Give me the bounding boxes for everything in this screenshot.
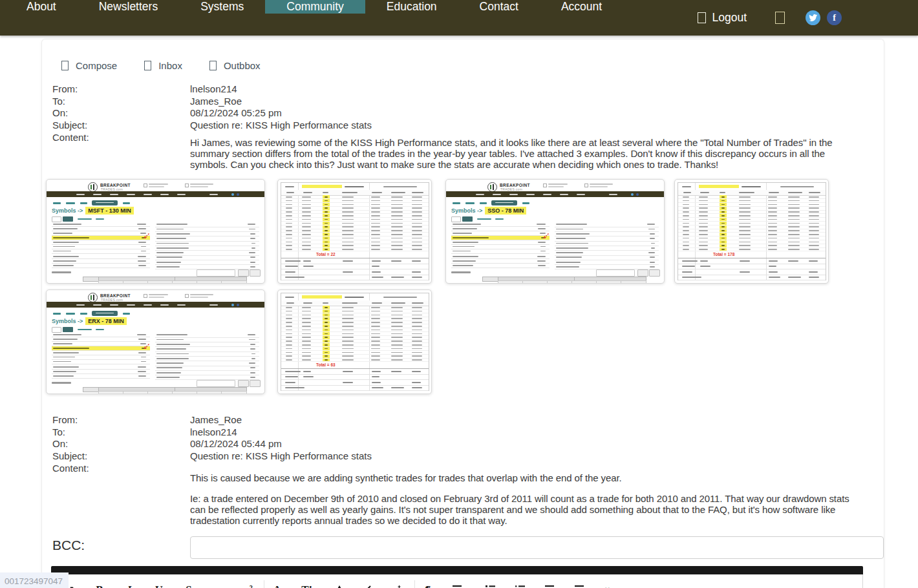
clear-format-button[interactable]: ▾: [384, 585, 414, 588]
placeholder-glyph-icon[interactable]: [775, 12, 785, 24]
decor: [683, 196, 689, 198]
decor: [683, 226, 689, 227]
decor: [683, 204, 689, 205]
nav-item-community[interactable]: Community: [265, 0, 365, 14]
decor: [303, 371, 311, 372]
compose-button[interactable]: Compose: [61, 60, 117, 71]
underline-button[interactable]: U: [144, 583, 174, 588]
decor: [342, 302, 358, 304]
nav-item-contact[interactable]: Contact: [458, 0, 540, 14]
decor: [412, 271, 421, 273]
attachment-thumbnail-year-table[interactable]: Total = 63: [277, 289, 432, 394]
subscript-button[interactable]: x₂: [204, 583, 233, 588]
decor: [302, 196, 311, 198]
mini-bt-cell: [482, 277, 499, 282]
decor: [372, 376, 379, 377]
decor: [371, 196, 380, 198]
decor: [371, 207, 380, 209]
decor: [250, 233, 255, 235]
decor: [682, 277, 701, 278]
decor: [286, 196, 292, 198]
strikethrough-button[interactable]: S: [174, 583, 204, 588]
decor: [156, 238, 186, 239]
nav-item-education[interactable]: Education: [365, 0, 458, 14]
facebook-icon[interactable]: f: [827, 10, 842, 25]
decor: [325, 307, 328, 308]
mini-navbar: [47, 302, 264, 308]
nav-item-newsletters[interactable]: Newsletters: [78, 0, 179, 14]
mini-yt-summary-row: [281, 385, 429, 391]
decor: [412, 307, 422, 308]
bcc-input[interactable]: [190, 536, 884, 559]
decor: [700, 266, 710, 267]
decor: [556, 247, 588, 249]
highlight-brush-button[interactable]: ▾: [354, 585, 384, 588]
ordered-list-button[interactable]: [475, 585, 505, 588]
italic-button[interactable]: I: [114, 583, 144, 588]
decor: [682, 186, 691, 187]
attachment-thumbnail-sso-78-min[interactable]: BREAKPOINTTRADES.comSymbols ->SSO - 78 M…: [445, 179, 665, 284]
underline-glyph: U: [155, 583, 163, 588]
decor: [342, 333, 354, 335]
decor: [249, 362, 255, 364]
align-button[interactable]: ▾: [445, 585, 475, 588]
mini-bt-cell: [621, 280, 646, 284]
decor: [721, 245, 725, 246]
mini-yt-summary-row: [281, 275, 429, 280]
decor: [412, 326, 422, 327]
decor: [302, 311, 311, 312]
decor: [156, 334, 187, 335]
attachment-thumbnail-year-table[interactable]: Total = 22: [277, 179, 432, 284]
decor: [809, 207, 819, 209]
decor: [325, 249, 328, 250]
decor: [149, 186, 164, 187]
logout-button[interactable]: Logout: [698, 11, 747, 25]
superscript-button[interactable]: x²: [233, 583, 263, 588]
blockquote-button[interactable]: “▾: [594, 584, 624, 588]
decor: [412, 355, 422, 357]
inbox-button[interactable]: Inbox: [144, 60, 182, 71]
mini-year-table: Total = 63: [281, 293, 429, 391]
outdent-button[interactable]: [535, 585, 564, 588]
decor: [683, 211, 689, 213]
twitter-icon[interactable]: [806, 10, 820, 25]
decor: [371, 245, 380, 246]
outdent-icon: [545, 585, 555, 588]
decor: [721, 211, 725, 213]
decor: [138, 265, 146, 266]
decor: [325, 326, 328, 327]
outbox-button[interactable]: Outbbox: [209, 60, 261, 71]
decor: [342, 223, 354, 224]
mini-bt-cell: [221, 280, 247, 284]
decor: [149, 184, 168, 185]
font-color-button[interactable]: A▾: [265, 583, 295, 588]
nav-item-about[interactable]: About: [5, 0, 78, 14]
bold-button[interactable]: B: [85, 583, 114, 588]
decor: [285, 277, 304, 278]
editor-top-border: [51, 566, 863, 574]
decor: [548, 186, 564, 187]
color-drop-button[interactable]: [325, 585, 354, 588]
attachment-thumbnail-erx-78-min[interactable]: BREAKPOINTTRADES.comSymbols ->ERX - 78 M…: [46, 289, 265, 394]
decor: [391, 344, 403, 346]
mini-tab-active: [63, 216, 73, 222]
decor: [391, 322, 403, 323]
attachment-thumbnail-msft-130-min[interactable]: BREAKPOINTTRADES.comSymbols ->MSFT - 130…: [46, 179, 265, 284]
mini-facebook-dot: [636, 193, 639, 196]
decor: [177, 304, 186, 306]
decor: [285, 266, 298, 267]
decor: [412, 371, 421, 372]
unordered-list-button[interactable]: [505, 585, 535, 588]
decor: [325, 196, 328, 198]
decor: [453, 233, 472, 234]
mini-logo-icon: [88, 293, 98, 302]
text-size-button[interactable]: T!▾: [295, 583, 325, 588]
decor: [93, 295, 94, 300]
nav-item-account[interactable]: Account: [540, 0, 623, 14]
field-label-to: To:: [52, 426, 65, 438]
nav-item-systems[interactable]: Systems: [179, 0, 265, 14]
attachment-thumbnail-year-table[interactable]: Total = 178: [674, 179, 829, 284]
indent-button[interactable]: [564, 585, 594, 588]
mini-symbols-prefix: Symbols ->: [52, 207, 83, 214]
paragraph-button[interactable]: ¶▾: [416, 583, 445, 588]
